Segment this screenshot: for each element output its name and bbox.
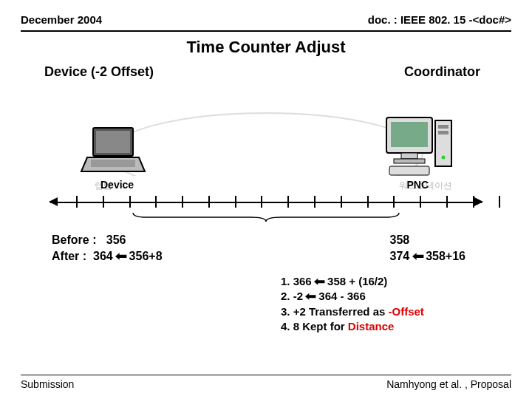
link-ellipse: [102, 102, 430, 176]
footer-left: Submission: [21, 378, 74, 390]
svg-rect-10: [438, 125, 449, 129]
leftarrow-icon: ⬅: [115, 248, 127, 265]
axis-tick: [103, 196, 104, 208]
axis-tick: [420, 196, 421, 208]
laptop-icon: [80, 124, 146, 179]
svg-rect-2: [96, 131, 130, 153]
values-coordinator: 358 374 ⬅ 358+16: [390, 232, 466, 264]
header-date: December 2004: [21, 13, 102, 26]
axis-tick: [393, 196, 395, 208]
leftarrow-icon: ⬅: [412, 248, 423, 265]
footer-right: Namhyong et al. , Proposal: [386, 378, 511, 390]
svg-rect-4: [91, 160, 135, 167]
svg-rect-8: [394, 159, 425, 163]
axis-tick: [182, 196, 183, 208]
header-rule: [21, 30, 511, 32]
axis-pnc-label: PNC: [406, 179, 429, 191]
axis-tick: [473, 196, 474, 208]
footer: Submission Namhyong et al. , Proposal: [21, 375, 511, 390]
axis-tick: [367, 196, 369, 208]
notes-list: 1. 366 ⬅ 358 + (16/2) 2. -2 ⬅ 364 - 366 …: [0, 274, 510, 334]
axis-arrow-right: [474, 197, 483, 206]
axis-tick: [129, 196, 131, 208]
svg-point-0: [109, 113, 423, 176]
axis-tick: [341, 196, 342, 208]
axis-tick: [446, 196, 448, 208]
axis-tick: [287, 196, 289, 208]
svg-point-12: [442, 156, 446, 160]
svg-rect-7: [401, 153, 417, 159]
svg-rect-6: [391, 122, 428, 147]
axis-tick: [314, 196, 316, 208]
page-title: Time Counter Adjust: [0, 38, 532, 57]
axis-tick: [235, 196, 236, 208]
values-device: Before : 356 After : 364 ⬅ 356+8: [52, 232, 163, 264]
axis-device-label: Device: [100, 179, 134, 191]
header-docref: doc. : IEEE 802. 15 -<doc#>: [368, 13, 511, 26]
axis-tick: [76, 196, 78, 208]
svg-rect-13: [389, 166, 429, 175]
axis-tick: [208, 196, 210, 208]
svg-rect-11: [438, 131, 449, 134]
axis-tick: [261, 196, 262, 208]
role-coordinator: Coordinator: [404, 64, 480, 80]
axis-tick: [155, 196, 157, 208]
pc-icon: [382, 113, 456, 183]
diagram-stage: 랩탑 Device 워크스테이션 PNC: [21, 80, 511, 228]
axis-brace: [132, 211, 400, 222]
role-device: Device (-2 Offset): [44, 64, 154, 80]
axis-tick: [499, 196, 500, 208]
